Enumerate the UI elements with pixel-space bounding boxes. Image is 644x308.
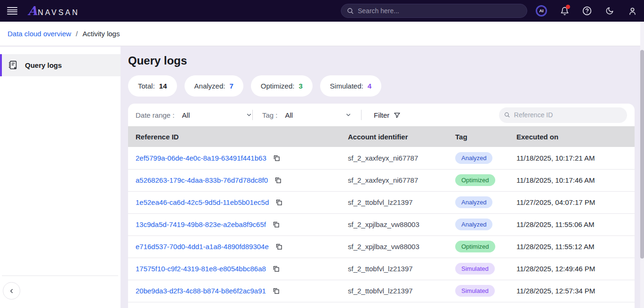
stat-value: 3	[298, 82, 302, 90]
main-content: Query logs Total: 14 Analyzed: 7 Optimiz…	[121, 47, 640, 308]
reference-id-search-input[interactable]	[514, 111, 622, 119]
tag-badge: Analyzed	[455, 196, 492, 208]
table-row: a5268263-179c-4daa-833b-76d7d78dc8f0sf_2…	[128, 169, 635, 191]
stat-label: Optimized:	[261, 82, 295, 90]
tag-badge: Simulated	[455, 285, 495, 297]
table-row: 1e52ea46-ca6d-42c5-9d5d-11eb5b01ec5dsf_2…	[128, 191, 635, 213]
table-row: 20be9da3-d2f3-4c88-b874-b8e6f2ac9a91sf_2…	[128, 280, 635, 302]
filter-divider	[361, 110, 362, 120]
stat-pill-simulated: Simulated: 4	[320, 75, 381, 97]
help-button[interactable]	[582, 6, 592, 16]
stat-pill-total: Total: 14	[128, 75, 177, 97]
sidebar-item-label: Query logs	[25, 61, 62, 69]
copy-icon[interactable]	[275, 199, 282, 206]
column-header-account-identifier: Account identifier	[348, 126, 455, 147]
executed-on-cell: 11/18/2025, 10:17:46 AM	[516, 169, 635, 191]
chevron-down-icon	[345, 112, 352, 118]
account-identifier-cell: sf_2_xpjlbaz_vw88003	[348, 213, 455, 235]
breadcrumb: Data cloud overview / Activity logs	[0, 22, 644, 46]
account-identifier-cell: sf_2_ttobfvl_lz21397	[348, 191, 455, 213]
brand-logo[interactable]: A NAVSAN	[28, 5, 80, 17]
executed-on-cell: 11/28/2025, 11:55:12 AM	[516, 235, 635, 258]
chevron-left-icon	[8, 288, 15, 294]
date-range-dropdown[interactable]: Date range : All	[136, 111, 252, 119]
filter-button[interactable]: Filter	[374, 111, 401, 119]
copy-icon[interactable]	[273, 265, 280, 272]
notification-badge-dot	[566, 5, 570, 9]
account-identifier-cell: sf_2_xpjlbaz_vw88003	[348, 235, 455, 258]
stat-value: 14	[159, 82, 167, 90]
vertical-scrollbar-thumb[interactable]	[640, 50, 644, 259]
sidebar-collapse-button[interactable]	[3, 282, 20, 300]
tag-filter-value: All	[285, 111, 293, 119]
table-row: e716d537-70d0-4dd1-a1a8-4890fd89304esf_2…	[128, 235, 635, 258]
account-identifier-cell: sf_2_ttobfvl_lz21397	[348, 280, 455, 302]
stat-label: Analyzed:	[194, 82, 225, 90]
column-header-executed-on: Executed on	[516, 126, 635, 147]
breadcrumb-separator: /	[76, 30, 78, 38]
reference-id-link[interactable]: a5268263-179c-4daa-833b-76d7d78dc8f0	[136, 176, 268, 184]
user-icon	[628, 7, 637, 16]
ai-assistant-button[interactable]: AI	[536, 5, 547, 16]
account-identifier-cell: sf_2_xaxfeyx_ni67787	[348, 169, 455, 191]
sidebar-active-accent	[0, 54, 2, 76]
copy-icon[interactable]	[274, 177, 282, 184]
top-navbar: A NAVSAN AI	[0, 0, 644, 22]
sidebar-divider	[2, 276, 118, 276]
chevron-down-icon	[246, 112, 252, 118]
stat-value: 7	[229, 82, 233, 90]
reference-id-link[interactable]: 2ef5799a-06de-4e0c-8a19-63491f441b63	[136, 154, 266, 162]
table-row: 13c9da5d-7419-49b8-823e-a2eba8f9c65fsf_2…	[128, 213, 635, 235]
stat-label: Simulated:	[330, 82, 363, 90]
moon-icon	[605, 7, 614, 15]
tag-dropdown[interactable]: Tag : All	[262, 111, 352, 119]
filter-divider	[252, 110, 253, 120]
stat-value: 4	[368, 82, 371, 90]
global-search-input[interactable]	[358, 7, 521, 15]
tag-filter-label: Tag :	[262, 111, 278, 119]
breadcrumb-parent-link[interactable]: Data cloud overview	[8, 30, 71, 38]
stat-label: Total:	[138, 82, 155, 90]
reference-id-link[interactable]: 17575f10-c9f2-4319-81e8-e8054bbc86a8	[136, 265, 266, 273]
logo-letter-a: A	[28, 5, 37, 17]
stats-row: Total: 14 Analyzed: 7 Optimized: 3 Simul…	[128, 75, 381, 97]
tag-badge: Analyzed	[455, 152, 492, 164]
sidebar-item-query-logs[interactable]: Query logs	[0, 54, 121, 76]
stat-pill-analyzed: Analyzed: 7	[185, 75, 243, 97]
notifications-button[interactable]	[559, 6, 570, 16]
hamburger-menu-icon[interactable]	[7, 7, 17, 15]
executed-on-cell: 11/27/2025, 04:07:17 PM	[516, 191, 635, 213]
executed-on-cell: 11/28/2025, 11:55:06 AM	[516, 213, 635, 235]
page-title: Query logs	[128, 54, 187, 67]
reference-id-link[interactable]: 13c9da5d-7419-49b8-823e-a2eba8f9c65f	[136, 220, 266, 228]
reference-id-search[interactable]	[499, 107, 627, 123]
reference-id-link[interactable]: 20be9da3-d2f3-4c88-b874-b8e6f2ac9a91	[136, 287, 266, 295]
executed-on-cell: 11/18/2025, 10:17:21 AM	[516, 147, 635, 169]
dark-mode-toggle[interactable]	[604, 6, 615, 16]
help-icon	[582, 6, 592, 16]
filter-button-label: Filter	[374, 111, 389, 119]
reference-id-link[interactable]: e716d537-70d0-4dd1-a1a8-4890fd89304e	[136, 243, 269, 251]
vertical-scrollbar-track[interactable]	[640, 22, 644, 308]
breadcrumb-current: Activity logs	[82, 30, 120, 38]
query-log-icon	[8, 60, 17, 70]
column-header-reference-id: Reference ID	[128, 126, 348, 147]
tag-badge: Optimized	[455, 174, 495, 186]
tag-badge: Simulated	[455, 263, 495, 275]
stat-pill-optimized: Optimized: 3	[251, 75, 313, 97]
copy-icon[interactable]	[273, 221, 280, 228]
tag-badge: Optimized	[455, 241, 495, 252]
profile-button[interactable]	[627, 6, 637, 16]
funnel-icon	[394, 112, 401, 119]
reference-id-link[interactable]: 1e52ea46-ca6d-42c5-9d5d-11eb5b01ec5d	[136, 198, 269, 206]
copy-icon[interactable]	[275, 243, 282, 250]
logo-text: NAVSAN	[38, 8, 80, 17]
executed-on-cell: 11/28/2025, 12:49:46 PM	[516, 258, 635, 280]
global-search[interactable]	[341, 4, 527, 18]
column-header-tag: Tag	[455, 126, 516, 147]
copy-icon[interactable]	[273, 154, 280, 162]
executed-on-cell: 11/28/2025, 12:57:34 PM	[516, 280, 635, 302]
account-identifier-cell: sf_2_xaxfeyx_ni67787	[348, 147, 455, 169]
copy-icon[interactable]	[273, 287, 280, 294]
tag-badge: Analyzed	[455, 219, 492, 230]
